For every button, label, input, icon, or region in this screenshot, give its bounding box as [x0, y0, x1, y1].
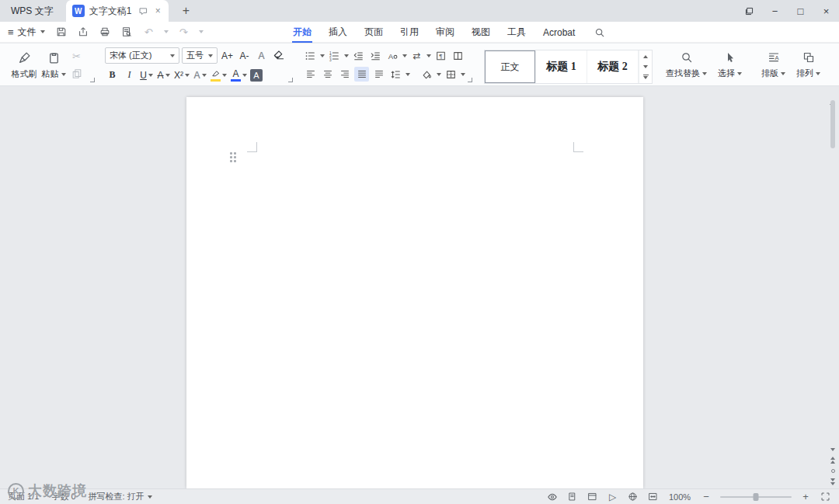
- tab-close-icon[interactable]: ×: [154, 5, 162, 16]
- align-justify-icon[interactable]: [354, 67, 369, 82]
- tab-tools[interactable]: 工具: [499, 22, 534, 43]
- fit-window-icon[interactable]: [647, 491, 659, 502]
- arrange-button[interactable]: 排列: [791, 47, 826, 84]
- tab-insert[interactable]: 插入: [320, 22, 356, 43]
- print-icon[interactable]: [99, 26, 112, 39]
- redo-icon[interactable]: ↷: [177, 26, 190, 39]
- numbering-icon[interactable]: 123: [327, 48, 342, 63]
- text-outline-effect-button[interactable]: A: [193, 68, 207, 82]
- save-icon[interactable]: [55, 26, 68, 39]
- app-tab-wps[interactable]: WPS 文字: [0, 0, 64, 22]
- page-view-icon[interactable]: [566, 491, 578, 502]
- columns-icon[interactable]: [451, 48, 465, 63]
- gallery-up-icon[interactable]: [642, 53, 649, 61]
- tab-home[interactable]: 开始: [284, 22, 320, 43]
- tab-reference[interactable]: 引用: [392, 22, 427, 43]
- comment-bubble-icon[interactable]: [138, 5, 149, 16]
- export-icon[interactable]: [77, 26, 90, 39]
- undo-icon[interactable]: ↶: [142, 26, 155, 39]
- decrease-font-button[interactable]: A-: [237, 48, 252, 63]
- font-dialog-launcher[interactable]: [288, 78, 293, 82]
- font-name-combo[interactable]: 宋体 (正文): [105, 47, 179, 64]
- char-shading-button[interactable]: A: [250, 69, 263, 82]
- font-size-combo[interactable]: 五号: [182, 47, 218, 64]
- clipboard-dialog-launcher[interactable]: [90, 78, 95, 82]
- zoom-in-button[interactable]: +: [800, 492, 811, 502]
- document-tab[interactable]: W 文字文稿1 ×: [66, 0, 169, 22]
- minimize-button[interactable]: −: [762, 0, 788, 22]
- windows-stack-icon[interactable]: [736, 0, 762, 22]
- shading-dropdown-icon[interactable]: [437, 73, 441, 76]
- bold-button[interactable]: B: [105, 68, 120, 82]
- numbering-dropdown-icon[interactable]: [344, 54, 349, 57]
- tab-page[interactable]: 页面: [356, 22, 392, 43]
- redo-dropdown-icon[interactable]: [199, 30, 204, 33]
- bullets-dropdown-icon[interactable]: [320, 54, 325, 57]
- paste-button[interactable]: 粘贴: [39, 47, 68, 84]
- close-button[interactable]: ×: [813, 0, 839, 22]
- zoom-out-button[interactable]: −: [701, 492, 712, 502]
- decrease-indent-icon[interactable]: [351, 48, 366, 63]
- text-tool-dropdown-icon[interactable]: [402, 54, 407, 57]
- line-spacing-dropdown-icon[interactable]: [406, 73, 410, 76]
- borders-dropdown-icon[interactable]: [461, 73, 465, 76]
- play-icon[interactable]: ▷: [607, 491, 618, 502]
- web-layout-icon[interactable]: [587, 491, 598, 502]
- style-heading2[interactable]: 标题 2: [587, 50, 639, 83]
- cut-icon[interactable]: ✂: [70, 50, 83, 63]
- align-left-icon[interactable]: [303, 67, 318, 82]
- typeset-button[interactable]: A 排版: [756, 47, 791, 84]
- distribute-icon[interactable]: [371, 67, 386, 82]
- zoom-slider[interactable]: [720, 496, 792, 498]
- text-effects-icon[interactable]: A: [254, 48, 269, 63]
- shading-bucket-icon[interactable]: [420, 67, 434, 82]
- search-icon[interactable]: [593, 26, 606, 39]
- select-button[interactable]: 选择: [712, 47, 747, 84]
- zoom-slider-thumb[interactable]: [754, 493, 759, 501]
- scroll-down-icon[interactable]: [830, 448, 835, 451]
- file-menu-button[interactable]: ≡ 文件: [8, 26, 47, 39]
- paragraph-dialog-launcher[interactable]: [468, 78, 472, 82]
- clear-format-icon[interactable]: [271, 48, 286, 63]
- smart-convert-button[interactable]: 智能公文转换: [834, 47, 839, 84]
- fullscreen-icon[interactable]: [820, 491, 831, 502]
- browse-object-icon[interactable]: [831, 469, 835, 473]
- scrollbar-thumb[interactable]: [830, 100, 835, 148]
- word-count[interactable]: 字数 0: [51, 491, 75, 502]
- paragraph-layout-icon[interactable]: ¶: [433, 48, 448, 63]
- document-page[interactable]: [186, 97, 643, 488]
- globe-icon[interactable]: [627, 491, 639, 502]
- style-heading1[interactable]: 标题 1: [536, 50, 587, 83]
- bullets-icon[interactable]: [303, 48, 318, 63]
- italic-button[interactable]: I: [122, 68, 137, 82]
- superscript-button[interactable]: X²: [173, 68, 190, 82]
- copy-icon[interactable]: [70, 68, 83, 81]
- char-scale-dropdown-icon[interactable]: [426, 54, 431, 57]
- find-replace-button[interactable]: 查找替换: [660, 47, 712, 84]
- spellcheck-status[interactable]: 拼写检查: 打开: [89, 491, 152, 502]
- gallery-down-icon[interactable]: [642, 63, 649, 71]
- char-scale-icon[interactable]: ⇄: [409, 48, 424, 63]
- zoom-level[interactable]: 100%: [667, 492, 692, 502]
- tab-view[interactable]: 视图: [463, 22, 499, 43]
- eye-protection-icon[interactable]: [546, 491, 558, 502]
- vertical-scrollbar[interactable]: [827, 86, 839, 488]
- underline-button[interactable]: U: [139, 68, 154, 82]
- maximize-button[interactable]: □: [788, 0, 813, 22]
- next-page-icon[interactable]: [830, 478, 835, 485]
- page-indicator[interactable]: 页面 1/1: [8, 491, 39, 502]
- gallery-more-icon[interactable]: [642, 73, 649, 81]
- increase-indent-icon[interactable]: [368, 48, 383, 63]
- new-tab-button[interactable]: +: [178, 4, 194, 18]
- paragraph-drag-handle[interactable]: [230, 152, 232, 155]
- font-color-button[interactable]: A: [230, 68, 248, 82]
- undo-dropdown-icon[interactable]: [164, 30, 169, 33]
- tab-review[interactable]: 审阅: [427, 22, 463, 43]
- print-preview-icon[interactable]: [120, 26, 134, 39]
- format-painter-button[interactable]: 格式刷: [9, 47, 39, 84]
- highlight-color-button[interactable]: [210, 68, 228, 82]
- previous-page-icon[interactable]: [830, 457, 835, 464]
- style-normal[interactable]: 正文: [485, 50, 536, 83]
- line-spacing-icon[interactable]: [388, 67, 403, 82]
- increase-font-button[interactable]: A+: [220, 48, 235, 63]
